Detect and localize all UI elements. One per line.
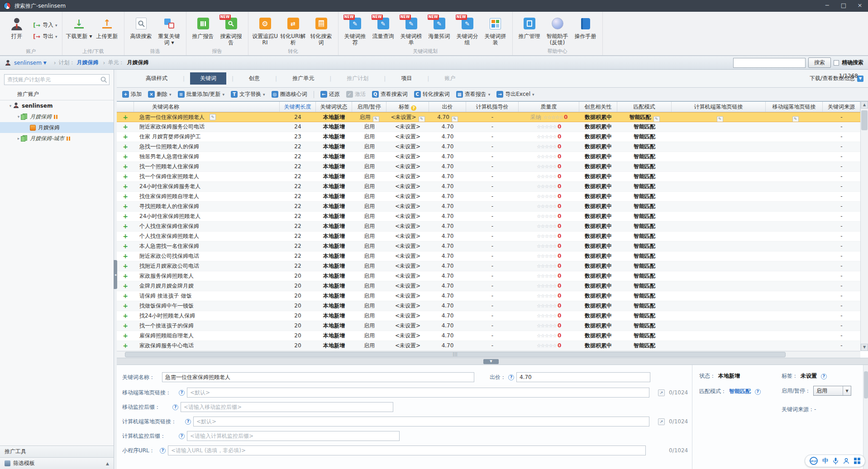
add-keyword-icon[interactable]: +: [123, 312, 128, 319]
enable-edit-icon[interactable]: ✎: [373, 116, 379, 122]
add-keyword-icon[interactable]: +: [123, 292, 128, 299]
toolbar-button-add[interactable]: +添加: [122, 90, 142, 98]
column-header-quality[interactable]: 质量度: [519, 102, 579, 112]
ribbon-button-promotion-manage[interactable]: 推广管理: [515, 14, 544, 48]
horizontal-scrollbar[interactable]: |||: [117, 351, 860, 358]
add-keyword-icon[interactable]: +: [123, 262, 128, 270]
keyword-name-input[interactable]: [162, 372, 474, 382]
data-download-icon[interactable]: ▼: [857, 76, 863, 82]
bid-help-icon[interactable]: ?: [508, 374, 514, 380]
scroll-down-icon[interactable]: ▼: [861, 344, 868, 351]
mini-url-help-icon[interactable]: ?: [160, 448, 166, 454]
ribbon-button-open[interactable]: 打开: [3, 14, 31, 48]
match-mode-value[interactable]: 智能匹配: [729, 388, 751, 394]
column-header-length[interactable]: ▲关键词长度: [280, 102, 316, 112]
pc-suffix-input[interactable]: [187, 431, 400, 441]
table-row[interactable]: +附近家政公司找保姆电话22本地新增启用<未设置>4.70-☆☆☆☆☆0数据积累…: [117, 251, 860, 261]
dropdown-caret-icon[interactable]: ▾: [55, 34, 57, 39]
user-icon[interactable]: [843, 458, 849, 464]
add-keyword-icon[interactable]: +: [123, 322, 128, 329]
pc-link-input[interactable]: [193, 417, 649, 426]
dropdown-caret-icon[interactable]: ▾: [55, 23, 57, 28]
table-row[interactable]: +住家 月嫂育婴师保姆护工23本地新增启用<未设置>4.70-☆☆☆☆☆0数据积…: [117, 132, 860, 142]
toolbar-button-batch-add-update[interactable]: ≡批量添加/更新▾: [178, 90, 225, 98]
ribbon-button-keyword-grouping[interactable]: ✎NEW关键词分组: [453, 14, 482, 48]
add-keyword-icon[interactable]: +: [123, 252, 128, 260]
maximize-button[interactable]: □: [835, 0, 852, 12]
table-row[interactable]: +寻找照顾老人的住家保姆22本地新增启用<未设置>4.70-☆☆☆☆☆0数据积累…: [117, 202, 860, 212]
toolbar-button-text-replace[interactable]: T文字替换▾: [231, 90, 265, 98]
mobile-link-input[interactable]: [187, 388, 649, 398]
pclink-edit-icon[interactable]: ✎: [717, 116, 723, 122]
sidebar-collapse-handle[interactable]: ◂: [114, 260, 117, 289]
ribbon-button-convert-search-terms[interactable]: 转化搜索词: [307, 14, 335, 48]
column-header-source[interactable]: 关键词来源: [823, 102, 860, 112]
table-row[interactable]: +24小时住家保姆服务老人22本地新增启用<未设置>4.70-☆☆☆☆☆0数据积…: [117, 182, 860, 192]
add-keyword-icon[interactable]: +: [123, 143, 128, 150]
column-header-relevance[interactable]: 创意相关性: [579, 102, 617, 112]
table-row[interactable]: +本人急需找一名住家保姆22本地新增启用<未设置>4.70-☆☆☆☆☆0数据积累…: [117, 242, 860, 251]
mobile-suffix-help-icon[interactable]: ?: [172, 404, 178, 410]
tree-expander-icon[interactable]: ▾: [8, 104, 13, 108]
detail-scrollbar[interactable]: [863, 365, 868, 469]
table-row[interactable]: +急找一位照顾老人的保姆22本地新增启用<未设置>4.70-☆☆☆☆☆0数据积累…: [117, 142, 860, 152]
add-keyword-icon[interactable]: +: [123, 173, 128, 180]
mobile-suffix-input[interactable]: [181, 402, 393, 412]
ribbon-button-keyword-recommend[interactable]: ✎NEW关键词推荐: [341, 14, 369, 48]
ribbon-button-download-update[interactable]: ↓下载更新 ▾: [65, 14, 93, 48]
table-row[interactable]: +找一个保姆住家照顾老人22本地新增启用<未设置>4.70-☆☆☆☆☆0数据积累…: [117, 172, 860, 182]
table-row[interactable]: +个人找住家保姆照顾老人22本地新增启用<未设置>4.70-☆☆☆☆☆0数据积累…: [117, 232, 860, 242]
pc-link-external-icon[interactable]: ↗: [658, 418, 665, 425]
add-keyword-icon[interactable]: +: [123, 203, 128, 210]
ribbon-button-manual[interactable]: 操作手册: [572, 14, 600, 48]
pc-suffix-help-icon[interactable]: ?: [179, 433, 185, 439]
column-header-enable[interactable]: 启用/暂停: [352, 102, 386, 112]
column-header-guide[interactable]: 计算机指导价: [466, 102, 519, 112]
add-keyword-icon[interactable]: +: [123, 302, 128, 309]
ribbon-button-traffic-query[interactable]: ✎NEW流量查询: [369, 14, 397, 48]
breadcrumb-account[interactable]: senlinsem: [14, 60, 42, 66]
ribbon-button-advanced-search[interactable]: 高级搜索: [127, 14, 155, 48]
tag-edit-icon[interactable]: ✎: [419, 116, 425, 122]
minimize-button[interactable]: −: [819, 0, 835, 12]
chevron-down-icon[interactable]: ▼: [843, 386, 851, 395]
tree-search-input[interactable]: [4, 74, 110, 85]
column-header-match[interactable]: 匹配模式: [617, 102, 672, 112]
ribbon-button-duplicate-keywords[interactable]: 重复关键词 ▾: [155, 14, 183, 48]
dropdown-caret-icon[interactable]: ▾: [488, 92, 491, 97]
dropdown-caret-icon[interactable]: ▾: [532, 92, 534, 97]
add-keyword-icon[interactable]: +: [123, 133, 128, 140]
sidebar-item-unit-yuesaobaomu[interactable]: 月嫂保姆: [0, 122, 114, 133]
close-button[interactable]: ×: [852, 0, 868, 12]
sidebar-item-account-senlinsem[interactable]: ▾senlinsem: [0, 100, 114, 111]
tab-creative[interactable]: 创意: [239, 72, 270, 85]
ribbon-button-promotion-report[interactable]: 推广报告: [189, 14, 217, 48]
table-row[interactable]: +找一个接送孩子的保姆20本地新增启用<未设置>4.70-☆☆☆☆☆0数据积累中…: [117, 321, 860, 331]
splitter-collapse-icon[interactable]: ▼: [483, 359, 499, 364]
bid-input[interactable]: [516, 372, 650, 382]
tab-keyword[interactable]: 关键词: [190, 72, 226, 85]
ribbon-button-import[interactable]: [→导入▾: [33, 21, 57, 29]
ifly-logo-icon[interactable]: iFLY: [810, 457, 818, 465]
mini-url-input[interactable]: [168, 445, 646, 455]
add-keyword-icon[interactable]: +: [123, 242, 128, 250]
add-keyword-icon[interactable]: +: [123, 193, 128, 200]
pc-link-help-icon[interactable]: ?: [185, 419, 191, 425]
table-row[interactable]: +独居男老人急需住家保姆22本地新增启用<未设置>4.70-☆☆☆☆☆0数据积累…: [117, 152, 860, 162]
add-keyword-icon[interactable]: +: [123, 332, 128, 339]
ribbon-button-convert-uri[interactable]: ⇄转化URI解析: [279, 14, 307, 48]
ribbon-button-export[interactable]: [→导出▾: [33, 33, 57, 40]
tab-plan[interactable]: 推广计划: [337, 72, 378, 85]
ribbon-button-keyword-assembly[interactable]: 关键词拼装: [482, 14, 510, 48]
column-header-moblink[interactable]: 移动端落地页链接: [766, 102, 823, 112]
tab-project[interactable]: 项目: [391, 72, 422, 85]
table-row[interactable]: +急需一位住家保姆照顾老人✎24本地新增启用✎<未设置>✎4.70✎-采纳☆☆☆…: [117, 112, 860, 122]
sidebar-footer-filter-template[interactable]: 筛选模板▲: [0, 457, 114, 469]
toolbar-button-activate[interactable]: ✓激活: [346, 90, 366, 98]
sidebar-item-plan-yuesaobaomu-city[interactable]: ▸月嫂保姆-城市: [0, 133, 114, 144]
bid-edit-icon[interactable]: ✎: [452, 116, 458, 122]
name-edit-icon[interactable]: ✎: [210, 114, 216, 120]
add-keyword-icon[interactable]: +: [123, 213, 128, 220]
ribbon-button-search-term-report[interactable]: NEW搜索词报告: [217, 14, 245, 48]
add-keyword-icon[interactable]: +: [123, 232, 128, 240]
